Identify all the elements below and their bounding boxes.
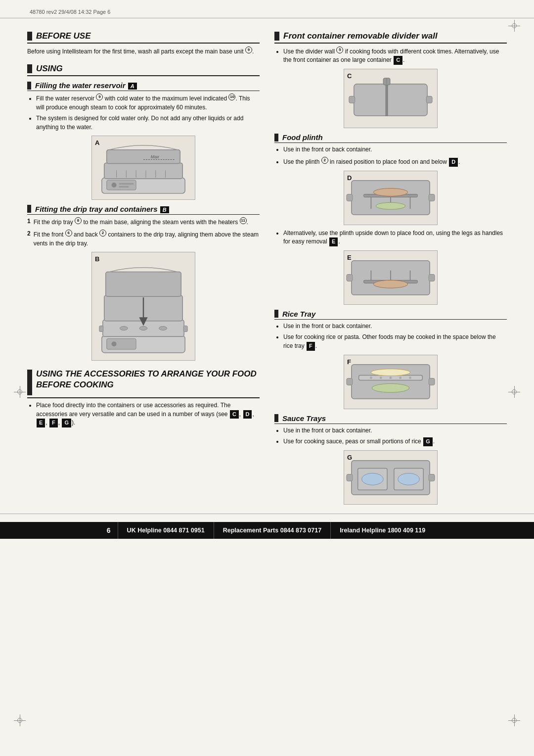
- accessories-list: Place food directly into the containers …: [27, 401, 260, 427]
- svg-rect-49: [347, 274, 353, 281]
- svg-rect-41: [347, 194, 353, 201]
- label-A: A: [128, 83, 137, 90]
- img-E-label: E: [347, 254, 352, 261]
- fitting-steps: 1 Fit the drip tray 8 to the main base, …: [27, 217, 260, 248]
- accessories-heading: USING THE ACCESSORIES TO ARRANGE YOUR FO…: [36, 369, 260, 390]
- print-info: 48780 rev2 29/4/08 14:32 Page 6: [30, 9, 110, 15]
- label-B: B: [160, 206, 169, 213]
- fitting-step-1: 1 Fit the drip tray 8 to the main base, …: [27, 217, 260, 227]
- sauce-trays-item-1: Use in the front or back container.: [283, 426, 507, 435]
- svg-point-59: [372, 384, 409, 393]
- svg-point-48: [373, 280, 407, 288]
- food-plinth-heading: Food plinth: [282, 133, 323, 142]
- ref-11: 11: [240, 217, 247, 224]
- ref-5: 5: [336, 47, 343, 53]
- svg-point-65: [362, 473, 384, 485]
- ref-2a: 2: [321, 157, 328, 164]
- img-A-label: A: [95, 139, 99, 146]
- label-D: D: [449, 158, 458, 167]
- front-container-heading: Front container removable divider wall: [283, 31, 438, 41]
- img-G-label: G: [347, 454, 352, 461]
- svg-rect-16: [107, 338, 136, 349]
- svg-rect-32: [349, 96, 355, 103]
- svg-rect-1: [107, 180, 136, 190]
- fitting-marker: [27, 205, 31, 213]
- svg-rect-6: [107, 149, 180, 163]
- sauce-trays-item-2: Use for cooking sauce, peas or small por…: [283, 437, 507, 446]
- page-wrapper: 48780 rev2 29/4/08 14:32 Page 6 BEFORE U…: [0, 0, 534, 756]
- rice-tray-subheading: Rice Tray: [274, 310, 507, 320]
- steamer-svg-A: Max: [92, 136, 195, 200]
- svg-rect-5: [104, 163, 182, 179]
- svg-rect-67: [347, 474, 353, 481]
- svg-point-58: [371, 369, 410, 376]
- steamer-svg-D: [344, 171, 437, 225]
- main-content: BEFORE USE Before using Intellisteam for…: [0, 18, 534, 514]
- svg-point-39: [373, 189, 407, 196]
- label-C: C: [394, 56, 402, 65]
- svg-point-2: [112, 183, 117, 188]
- food-plinth-item-2: Use the plinth 2 in raised position to p…: [283, 157, 507, 167]
- page-number: 6: [100, 522, 118, 539]
- img-B-label: B: [95, 255, 99, 263]
- rice-tray-heading: Rice Tray: [282, 310, 315, 318]
- accessories-item-1: Place food directly into the containers …: [36, 401, 260, 427]
- ref-2: 2: [99, 230, 106, 236]
- svg-rect-33: [426, 96, 432, 103]
- image-E: E: [344, 250, 438, 305]
- svg-rect-26: [99, 326, 103, 332]
- before-use-section: BEFORE USE: [27, 31, 260, 44]
- steamer-svg-C: [344, 69, 437, 128]
- fitting-heading: Fitting the drip tray and containers B: [35, 205, 170, 213]
- using-marker: [27, 64, 32, 73]
- ref-9b: 9: [96, 94, 103, 100]
- rice-tray-marker: [274, 310, 278, 318]
- sauce-trays-subheading: Sauce Trays: [274, 414, 507, 424]
- fitting-subheading: Fitting the drip tray and containers B: [27, 205, 260, 215]
- svg-rect-68: [429, 474, 435, 481]
- image-G: G: [344, 450, 438, 505]
- svg-rect-42: [429, 194, 435, 201]
- front-container-list: Use the divider wall 5 if cooking foods …: [274, 47, 507, 65]
- rice-tray-item-2: Use for cooking rice or pasta. Other foo…: [283, 333, 507, 350]
- before-use-text: Before using Intellisteam for the first …: [27, 47, 260, 56]
- food-plinth-subheading: Food plinth: [274, 133, 507, 143]
- accessories-marker: [27, 370, 32, 395]
- img-D-label: D: [347, 174, 352, 182]
- ireland-helpline: Ireland Helpline 1800 409 119: [331, 522, 434, 539]
- sauce-trays-heading: Sauce Trays: [282, 414, 326, 423]
- svg-point-19: [120, 327, 128, 331]
- svg-rect-61: [429, 378, 435, 385]
- left-column: BEFORE USE Before using Intellisteam for…: [27, 23, 260, 509]
- using-heading: USING: [36, 64, 63, 74]
- bottom-rule: [0, 514, 534, 514]
- front-container-section: Front container removable divider wall: [274, 31, 507, 44]
- replacement-parts: Replacement Parts 0844 873 0717: [214, 522, 331, 539]
- label-G-ref: G: [62, 419, 71, 427]
- using-section: USING: [27, 64, 260, 76]
- steamer-svg-F: [344, 355, 437, 409]
- food-plinth-marker: [274, 134, 278, 142]
- svg-rect-23: [106, 272, 181, 297]
- svg-rect-29: [386, 84, 388, 116]
- crosshair-top-right: [508, 20, 520, 32]
- crosshair-mid-right: [508, 386, 520, 398]
- footer-bar: 6 UK Helpline 0844 871 0951 Replacement …: [0, 522, 534, 539]
- ref-8: 8: [75, 217, 82, 224]
- svg-rect-3: [119, 183, 134, 185]
- svg-rect-60: [347, 378, 353, 385]
- sauce-trays-list: Use in the front or back container. Use …: [274, 426, 507, 446]
- food-plinth-item-1: Use in the front or back container.: [283, 145, 507, 154]
- label-F-ref: F: [49, 419, 58, 427]
- svg-text:Max: Max: [151, 154, 159, 159]
- filling-heading: Filling the water reservoir A: [35, 81, 137, 90]
- food-plinth-list: Use in the front or back container. Use …: [274, 145, 507, 166]
- before-use-heading: BEFORE USE: [36, 31, 91, 41]
- svg-point-55: [390, 377, 392, 379]
- filling-list: Fill the water reservoir 9 with cold wat…: [27, 94, 260, 132]
- sauce-trays-marker: [274, 414, 278, 422]
- crosshair-bot-right: [508, 714, 520, 726]
- steamer-svg-B: [92, 252, 195, 360]
- svg-point-40: [376, 203, 405, 210]
- svg-rect-28: [354, 84, 427, 116]
